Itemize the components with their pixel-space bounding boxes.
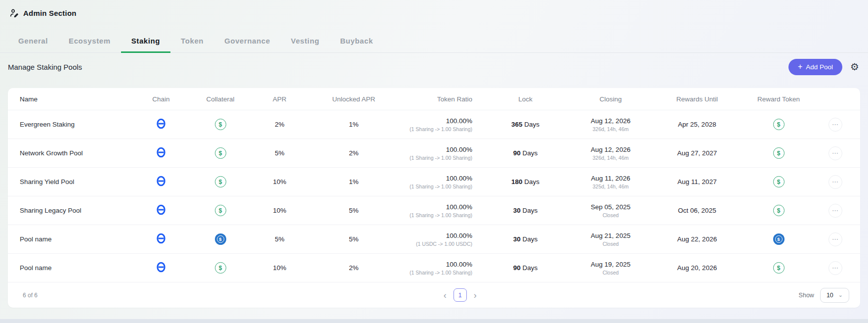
pool-name: Pool name: [8, 264, 136, 272]
result-count: 6 of 6: [23, 292, 122, 299]
pool-name: Sharing Legacy Pool: [8, 207, 136, 214]
add-pool-button[interactable]: + Add Pool: [788, 59, 842, 75]
sharing-coin-icon: $: [215, 176, 226, 187]
bottom-strip: [0, 319, 868, 323]
apr-value: 10%: [255, 264, 304, 272]
sharing-coin-icon: $: [215, 147, 226, 159]
col-token-ratio: Token Ratio: [403, 95, 477, 103]
chain-token-icon: [156, 233, 166, 244]
plus-icon: +: [798, 63, 802, 71]
pool-name: Evergreen Staking: [8, 121, 136, 128]
staking-pools-table: Name Chain Collateral APR Unlocked APR T…: [8, 88, 860, 308]
rewards-until: Apr 25, 2028: [648, 121, 746, 128]
table-row: Pool name $ 5% 5% 100.00%(1 USDC -> 1.00…: [8, 225, 860, 253]
row-actions-button[interactable]: ⋯: [828, 118, 842, 132]
apr-value: 5%: [255, 149, 304, 157]
tab-buyback[interactable]: Buyback: [330, 30, 383, 53]
unlocked-apr-value: 1%: [304, 178, 403, 185]
pagination: ‹ 1 ›: [122, 288, 799, 302]
tab-token[interactable]: Token: [170, 30, 214, 53]
chevron-down-icon: ⌄: [838, 293, 843, 297]
add-pool-label: Add Pool: [806, 63, 833, 71]
pool-name: Sharing Yield Pool: [8, 178, 136, 185]
closing: Aug 21, 2025Closed: [574, 232, 648, 247]
table-row: Sharing Legacy Pool $ 10% 5% 100.00%(1 S…: [8, 196, 860, 225]
apr-value: 10%: [255, 178, 304, 185]
pool-name: Network Growth Pool: [8, 149, 136, 157]
table-row: Pool name $ 10% 2% 100.00%(1 Sharing -> …: [8, 253, 860, 282]
rewards-until: Aug 22, 2026: [648, 235, 746, 243]
token-ratio: 100.00%(1 USDC -> 1.00 USDC): [403, 232, 477, 247]
table-row: Network Growth Pool $ 5% 2% 100.00%(1 Sh…: [8, 138, 860, 167]
page-number-button[interactable]: 1: [454, 288, 467, 302]
token-ratio: 100.00%(1 Sharing -> 1.00 Sharing): [403, 261, 477, 276]
user-edit-icon: [9, 8, 19, 18]
chain-token-icon: [156, 262, 166, 273]
chain-token-icon: [156, 176, 166, 186]
page-size-select[interactable]: 10 ⌄: [820, 288, 849, 303]
unlocked-apr-value: 5%: [304, 235, 403, 243]
sharing-coin-icon: $: [773, 119, 785, 130]
show-label: Show: [799, 292, 814, 299]
gear-icon[interactable]: ⚙: [850, 62, 859, 72]
col-closing: Closing: [574, 95, 648, 103]
sharing-coin-icon: $: [215, 262, 226, 274]
token-ratio: 100.00%(1 Sharing -> 1.00 Sharing): [403, 175, 477, 189]
lock-period: 30 Days: [477, 207, 574, 214]
page-size-control: Show 10 ⌄: [799, 288, 849, 303]
table-row: Evergreen Staking $ 2% 1% 100.00%(1 Shar…: [8, 110, 860, 138]
usdc-coin-icon: $: [215, 233, 226, 245]
col-rewards-until: Rewards Until: [648, 95, 746, 103]
sharing-coin-icon: $: [215, 205, 226, 216]
apr-value: 5%: [255, 235, 304, 243]
col-reward-token: Reward Token: [746, 95, 811, 103]
rewards-until: Aug 27, 2027: [648, 149, 746, 157]
rewards-until: Aug 20, 2026: [648, 264, 746, 272]
section-heading: Manage Staking Pools: [8, 63, 82, 71]
col-name: Name: [8, 95, 136, 103]
row-actions-button[interactable]: ⋯: [828, 204, 842, 218]
rewards-until: Oct 06, 2025: [648, 207, 746, 214]
unlocked-apr-value: 2%: [304, 264, 403, 272]
lock-period: 365 Days: [477, 121, 574, 128]
tab-vesting[interactable]: Vesting: [281, 30, 330, 53]
col-lock: Lock: [477, 95, 574, 103]
sharing-coin-icon: $: [773, 176, 785, 187]
closing: Aug 11, 2026325d, 14h, 46m: [574, 175, 648, 189]
apr-value: 2%: [255, 121, 304, 128]
table-header-row: Name Chain Collateral APR Unlocked APR T…: [8, 88, 860, 110]
page-title: Admin Section: [23, 9, 77, 17]
col-apr: APR: [255, 95, 304, 103]
unlocked-apr-value: 5%: [304, 207, 403, 214]
token-ratio: 100.00%(1 Sharing -> 1.00 Sharing): [403, 146, 477, 161]
closing: Sep 05, 2025Closed: [574, 203, 648, 218]
closing: Aug 12, 2026326d, 14h, 46m: [574, 146, 648, 161]
tab-staking[interactable]: Staking: [121, 30, 170, 53]
rewards-until: Aug 11, 2027: [648, 178, 746, 185]
token-ratio: 100.00%(1 Sharing -> 1.00 Sharing): [403, 117, 477, 132]
row-actions-button[interactable]: ⋯: [828, 175, 842, 189]
table-row: Sharing Yield Pool $ 10% 1% 100.00%(1 Sh…: [8, 167, 860, 196]
unlocked-apr-value: 2%: [304, 149, 403, 157]
row-actions-button[interactable]: ⋯: [828, 261, 842, 275]
token-ratio: 100.00%(1 Sharing -> 1.00 Sharing): [403, 203, 477, 218]
next-page-icon[interactable]: ›: [474, 291, 477, 300]
usdc-coin-icon: $: [773, 233, 785, 245]
sharing-coin-icon: $: [773, 205, 785, 216]
lock-period: 90 Days: [477, 149, 574, 157]
row-actions-button[interactable]: ⋯: [828, 146, 842, 160]
closing: Aug 19, 2025Closed: [574, 261, 648, 276]
toolbar: Manage Staking Pools + Add Pool ⚙: [0, 53, 868, 81]
table-footer: 6 of 6 ‹ 1 › Show 10 ⌄: [8, 282, 860, 308]
app-header: Admin Section: [0, 0, 868, 18]
lock-period: 30 Days: [477, 235, 574, 243]
sharing-coin-icon: $: [215, 119, 226, 130]
tab-governance[interactable]: Governance: [214, 30, 281, 53]
row-actions-button[interactable]: ⋯: [828, 232, 842, 246]
col-collateral: Collateral: [186, 95, 255, 103]
lock-period: 180 Days: [477, 178, 574, 185]
closing: Aug 12, 2026326d, 14h, 46m: [574, 117, 648, 132]
tab-general[interactable]: General: [8, 30, 58, 53]
tab-ecosystem[interactable]: Ecosystem: [58, 30, 121, 53]
prev-page-icon[interactable]: ‹: [444, 291, 447, 300]
